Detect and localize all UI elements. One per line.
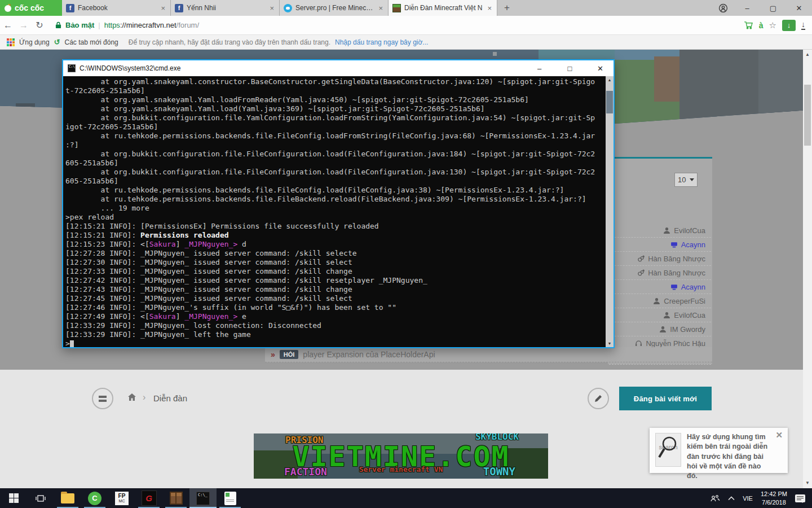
dictionary-icon[interactable]: à [759,21,764,30]
cmd-maximize-icon[interactable]: □ [557,60,583,76]
address-bar: ← → ↻ Bảo mật | https://minecraftvn.net/… [0,16,812,35]
breadcrumb-separator-icon: › [143,392,145,402]
url-field[interactable]: Bảo mật | https://minecraftvn.net/forum/ [47,21,744,29]
cart-icon[interactable] [744,21,753,29]
tab-inactive[interactable]: Server.pro | Free Minecraft× [280,0,389,16]
username-link[interactable]: Nguyễn Phúc Hậu [646,339,705,348]
cmd-scrollbar[interactable]: ▲ ▼ [606,76,614,347]
facebook-icon: f [66,4,74,12]
screen: cốc cốc fFacebook×fYếnn Nhii×Server.pro … [0,0,812,508]
clock[interactable]: 12:42 PM 7/6/2018 [761,490,787,507]
file-explorer-button[interactable] [54,488,81,508]
scroll-down-icon[interactable]: ▼ [803,480,812,485]
bookmark-star-icon[interactable]: ☆ [769,20,776,30]
new-post-button[interactable]: Đăng bài viết mới [619,387,712,410]
home-icon[interactable] [127,393,136,404]
monitor-icon [670,283,678,291]
cmd-line: [12:27:28 INFO]: _MJPNguyen_ issued serv… [65,249,606,258]
new-tab-button[interactable]: + [497,0,517,16]
user-row[interactable]: Hàn Băng Nhược [609,266,711,280]
forward-icon[interactable]: → [16,20,32,30]
cmd-scrollbar-thumb[interactable] [606,91,613,113]
profile-icon[interactable] [712,0,734,16]
user-row[interactable]: CreeperFuSi [609,294,711,308]
thread-title-row[interactable]: » HỎI player Expansion của PlaceHolderAp… [265,347,712,362]
user-row[interactable]: EvilofCua [609,308,711,322]
closed-tabs-icon[interactable]: ↺ [54,38,60,46]
username-link[interactable]: CreeperFuSi [664,297,705,305]
garena-icon: G [142,491,157,506]
cmd-line: [12:33:29 INFO]: _MJPNguyen_ lost connec… [65,321,606,330]
downloads-icon[interactable]: ↓ [801,21,805,30]
tooltip-close-icon[interactable]: ✕ [775,430,783,440]
cmd-scroll-up-icon[interactable]: ▲ [606,78,614,82]
username-link[interactable]: Hàn Băng Nhược [648,269,705,277]
tab-close-icon[interactable]: × [268,4,275,12]
vietmine-banner-ad[interactable]: PRISION SKYBLOCK VIETMINE.COM Server min… [254,433,548,479]
notepadpp-button[interactable] [217,488,244,508]
minecraft-icon [392,4,401,12]
tab-inactive[interactable]: fYếnn Nhii× [171,0,280,16]
back-icon[interactable]: ← [0,20,16,30]
notepad-icon [224,492,236,505]
coccoc-taskbar-button[interactable]: C [81,488,108,508]
minimize-icon[interactable]: – [734,0,760,16]
apps-grid-icon[interactable] [7,38,15,46]
import-bookmarks-link[interactable]: Nhập dấu trang ngay bây giờ... [335,38,428,46]
reload-icon[interactable]: ↻ [32,20,47,30]
download-button-icon[interactable]: ↓ [782,20,796,31]
username-link[interactable]: Acaynn [681,240,705,249]
cmd-minimize-icon[interactable]: – [526,60,553,76]
cmd-scroll-down-icon[interactable]: ▼ [606,341,614,345]
user-row[interactable]: Acaynn [609,238,711,252]
window-controls: – ▢ ✕ [712,0,812,16]
language-indicator[interactable]: VIE [743,495,753,502]
username-link[interactable]: IM Gwordy [670,325,705,334]
username-link[interactable]: Acaynn [681,283,705,291]
cmd-title-bar[interactable]: C:\ C:\WINDOWS\system32\cmd.exe – □ ✕ [63,60,614,76]
garena-button[interactable]: G [135,488,162,508]
apps-label[interactable]: Ứng dụng [19,38,50,46]
closed-tabs-label[interactable]: Các tab mới đóng [65,38,118,46]
per-page-select[interactable]: 10 [674,173,698,187]
user-row[interactable]: IM Gwordy [609,322,711,336]
banner-bottom-left-label: FACTION [284,466,327,478]
start-button[interactable] [0,488,27,508]
sidebar-toggle-button[interactable] [92,388,113,409]
tab-strip: fFacebook×fYếnn Nhii×Server.pro | Free M… [62,0,497,16]
user-row[interactable]: Hàn Băng Nhược [609,252,711,266]
tab-close-icon[interactable]: × [160,4,166,12]
cmd-close-icon[interactable]: ✕ [587,60,614,76]
crafting-table-icon [170,492,183,505]
close-icon[interactable]: ✕ [786,0,812,16]
compose-circle-button[interactable] [588,388,609,409]
minecraft-button[interactable] [162,488,189,508]
cmd-taskbar-button[interactable]: C:\_ [189,488,217,508]
fpmc-icon: FPMC [115,492,129,505]
tab-inactive[interactable]: fFacebook× [62,0,171,16]
bookmarks-bar: Ứng dụng ↺ Các tab mới đóng Để truy cập … [0,35,812,50]
thread-title[interactable]: player Expansion của PlaceHolderApi [303,350,435,359]
scrollbar-thumb[interactable] [804,85,811,146]
coccoc-brand[interactable]: cốc cốc [0,0,62,16]
double-arrow-icon: » [271,350,275,359]
chevron-up-icon[interactable] [728,496,735,501]
tab-active[interactable]: Diễn Đàn Minecraft Việt N× [389,0,497,16]
scroll-up-icon[interactable]: ▲ [803,52,812,57]
people-tray-icon[interactable] [710,494,720,502]
breadcrumb[interactable]: Diễn đàn [153,393,187,403]
restore-icon[interactable]: ▢ [760,0,786,16]
username-link[interactable]: EvilofCua [674,226,705,235]
user-row[interactable]: EvilofCua [609,224,711,238]
user-row[interactable]: Acaynn [609,280,711,294]
username-link[interactable]: Hàn Băng Nhược [648,255,705,263]
cmd-window-title: C:\WINDOWS\system32\cmd.exe [80,64,522,72]
fpmc-launcher-button[interactable]: FPMC [108,488,135,508]
tab-close-icon[interactable]: × [486,4,493,12]
task-view-button[interactable] [27,488,54,508]
page-scrollbar[interactable]: ▲ ▼ [803,50,812,488]
tab-close-icon[interactable]: × [377,4,384,12]
action-center-icon[interactable] [795,494,805,502]
system-tray: VIE 12:42 PM 7/6/2018 [710,488,812,508]
username-link[interactable]: EvilofCua [674,311,705,319]
